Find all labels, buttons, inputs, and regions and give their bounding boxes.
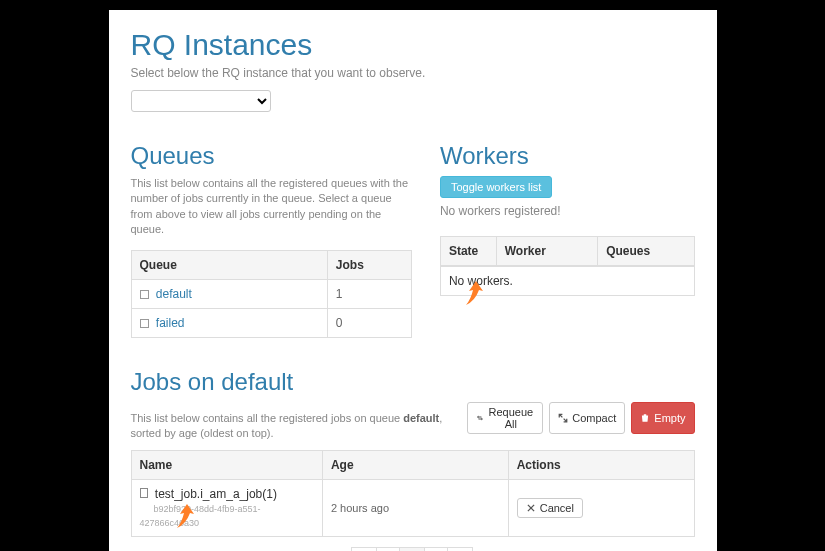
pagination-page[interactable]: 1: [399, 547, 425, 551]
jobs-desc: This list below contains all the registe…: [131, 411, 467, 442]
requeue-all-button[interactable]: Requeue All: [467, 402, 544, 434]
workers-col-state: State: [440, 237, 496, 266]
queue-link-failed[interactable]: failed: [156, 316, 185, 330]
compact-button[interactable]: Compact: [549, 402, 625, 434]
queues-col-jobs: Jobs: [327, 250, 411, 279]
close-icon: [526, 503, 536, 513]
job-id: b92bf920-48dd-4fb9-a551-427866c46a30: [140, 504, 261, 528]
queue-icon: [140, 319, 149, 328]
jobs-col-age: Age: [322, 450, 508, 479]
pagination-last[interactable]: »: [447, 547, 473, 551]
queues-table: Queue Jobs default 1: [131, 250, 412, 338]
resize-icon: [558, 413, 568, 423]
workers-col-worker: Worker: [496, 237, 597, 266]
queue-link-default[interactable]: default: [156, 287, 192, 301]
toggle-workers-button[interactable]: Toggle workers list: [440, 176, 552, 198]
workers-heading: Workers: [440, 142, 695, 170]
jobs-col-actions: Actions: [508, 450, 694, 479]
pagination-first[interactable]: «: [351, 547, 377, 551]
job-age: 2 hours ago: [322, 479, 508, 536]
queue-count: 0: [327, 308, 411, 337]
job-name: test_job.i_am_a_job(1): [155, 487, 277, 501]
no-workers-cell: No workers.: [449, 274, 513, 288]
table-row: default 1: [131, 279, 411, 308]
queues-desc: This list below contains all the registe…: [131, 176, 412, 238]
instances-subtext: Select below the RQ instance that you wa…: [131, 66, 695, 80]
pagination-next[interactable]: ›: [424, 547, 448, 551]
cancel-button[interactable]: Cancel: [517, 498, 583, 518]
retweet-icon: [476, 413, 484, 423]
jobs-col-name: Name: [131, 450, 322, 479]
queue-count: 1: [327, 279, 411, 308]
table-row: test_job.i_am_a_job(1) b92bf920-48dd-4fb…: [131, 479, 694, 536]
instance-select[interactable]: [131, 90, 271, 112]
queues-heading: Queues: [131, 142, 412, 170]
table-row: failed 0: [131, 308, 411, 337]
empty-button[interactable]: Empty: [631, 402, 694, 434]
workers-table: State Worker Queues: [440, 236, 695, 266]
page-title: RQ Instances: [131, 28, 695, 62]
pagination: « ‹ 1 › »: [131, 547, 695, 551]
trash-icon: [640, 413, 650, 423]
workers-col-queues: Queues: [598, 237, 694, 266]
file-icon: [140, 488, 148, 498]
jobs-heading: Jobs on default: [131, 368, 695, 396]
queues-col-queue: Queue: [131, 250, 327, 279]
pagination-prev[interactable]: ‹: [376, 547, 400, 551]
queue-icon: [140, 290, 149, 299]
workers-none-text: No workers registered!: [440, 204, 695, 218]
jobs-table: Name Age Actions test_job.i_am_a_job(1) …: [131, 450, 695, 537]
